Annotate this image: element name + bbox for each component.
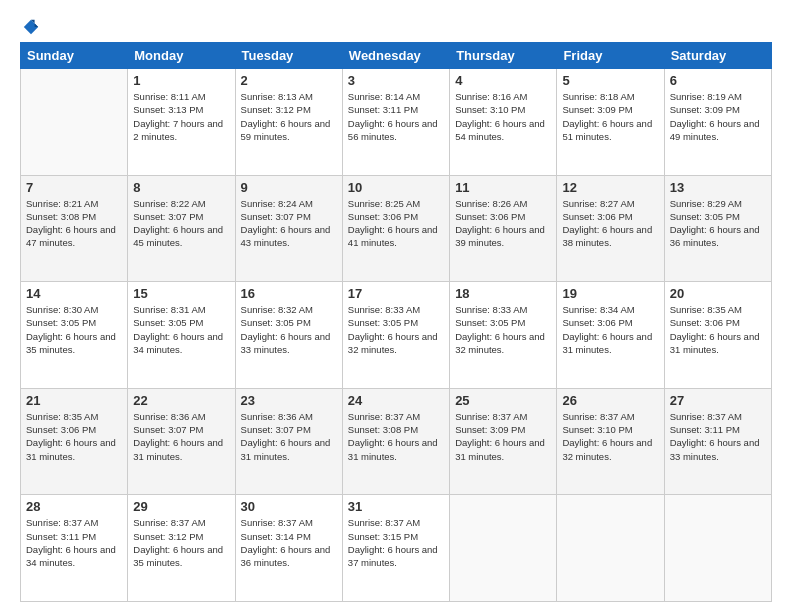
calendar-cell: 14Sunrise: 8:30 AM Sunset: 3:05 PM Dayli…: [21, 282, 128, 389]
day-info: Sunrise: 8:37 AM Sunset: 3:09 PM Dayligh…: [455, 410, 551, 463]
day-info: Sunrise: 8:37 AM Sunset: 3:11 PM Dayligh…: [26, 516, 122, 569]
weekday-header-sunday: Sunday: [21, 43, 128, 69]
calendar-cell: 22Sunrise: 8:36 AM Sunset: 3:07 PM Dayli…: [128, 388, 235, 495]
day-info: Sunrise: 8:25 AM Sunset: 3:06 PM Dayligh…: [348, 197, 444, 250]
day-number: 16: [241, 286, 337, 301]
calendar-cell: [21, 69, 128, 176]
day-info: Sunrise: 8:16 AM Sunset: 3:10 PM Dayligh…: [455, 90, 551, 143]
day-info: Sunrise: 8:35 AM Sunset: 3:06 PM Dayligh…: [26, 410, 122, 463]
calendar-header-row: SundayMondayTuesdayWednesdayThursdayFrid…: [21, 43, 772, 69]
calendar-week-2: 7Sunrise: 8:21 AM Sunset: 3:08 PM Daylig…: [21, 175, 772, 282]
day-info: Sunrise: 8:32 AM Sunset: 3:05 PM Dayligh…: [241, 303, 337, 356]
day-number: 24: [348, 393, 444, 408]
calendar-cell: [450, 495, 557, 602]
day-number: 8: [133, 180, 229, 195]
day-number: 12: [562, 180, 658, 195]
calendar-cell: 7Sunrise: 8:21 AM Sunset: 3:08 PM Daylig…: [21, 175, 128, 282]
calendar-cell: [557, 495, 664, 602]
day-number: 28: [26, 499, 122, 514]
day-info: Sunrise: 8:30 AM Sunset: 3:05 PM Dayligh…: [26, 303, 122, 356]
day-number: 19: [562, 286, 658, 301]
day-info: Sunrise: 8:37 AM Sunset: 3:15 PM Dayligh…: [348, 516, 444, 569]
weekday-header-monday: Monday: [128, 43, 235, 69]
day-info: Sunrise: 8:37 AM Sunset: 3:14 PM Dayligh…: [241, 516, 337, 569]
weekday-header-friday: Friday: [557, 43, 664, 69]
calendar-cell: 10Sunrise: 8:25 AM Sunset: 3:06 PM Dayli…: [342, 175, 449, 282]
day-number: 10: [348, 180, 444, 195]
calendar-cell: 18Sunrise: 8:33 AM Sunset: 3:05 PM Dayli…: [450, 282, 557, 389]
day-info: Sunrise: 8:37 AM Sunset: 3:11 PM Dayligh…: [670, 410, 766, 463]
calendar-week-5: 28Sunrise: 8:37 AM Sunset: 3:11 PM Dayli…: [21, 495, 772, 602]
day-number: 22: [133, 393, 229, 408]
day-number: 6: [670, 73, 766, 88]
day-number: 26: [562, 393, 658, 408]
day-info: Sunrise: 8:26 AM Sunset: 3:06 PM Dayligh…: [455, 197, 551, 250]
day-number: 3: [348, 73, 444, 88]
day-number: 13: [670, 180, 766, 195]
calendar: SundayMondayTuesdayWednesdayThursdayFrid…: [20, 42, 772, 602]
calendar-cell: 21Sunrise: 8:35 AM Sunset: 3:06 PM Dayli…: [21, 388, 128, 495]
day-number: 30: [241, 499, 337, 514]
calendar-cell: 29Sunrise: 8:37 AM Sunset: 3:12 PM Dayli…: [128, 495, 235, 602]
calendar-cell: 17Sunrise: 8:33 AM Sunset: 3:05 PM Dayli…: [342, 282, 449, 389]
day-number: 4: [455, 73, 551, 88]
logo: [20, 18, 40, 32]
day-number: 20: [670, 286, 766, 301]
day-info: Sunrise: 8:24 AM Sunset: 3:07 PM Dayligh…: [241, 197, 337, 250]
calendar-cell: 16Sunrise: 8:32 AM Sunset: 3:05 PM Dayli…: [235, 282, 342, 389]
day-number: 14: [26, 286, 122, 301]
day-number: 18: [455, 286, 551, 301]
day-number: 27: [670, 393, 766, 408]
day-info: Sunrise: 8:21 AM Sunset: 3:08 PM Dayligh…: [26, 197, 122, 250]
calendar-cell: 13Sunrise: 8:29 AM Sunset: 3:05 PM Dayli…: [664, 175, 771, 282]
calendar-cell: 3Sunrise: 8:14 AM Sunset: 3:11 PM Daylig…: [342, 69, 449, 176]
day-info: Sunrise: 8:36 AM Sunset: 3:07 PM Dayligh…: [241, 410, 337, 463]
day-info: Sunrise: 8:22 AM Sunset: 3:07 PM Dayligh…: [133, 197, 229, 250]
calendar-cell: 12Sunrise: 8:27 AM Sunset: 3:06 PM Dayli…: [557, 175, 664, 282]
calendar-cell: 19Sunrise: 8:34 AM Sunset: 3:06 PM Dayli…: [557, 282, 664, 389]
calendar-cell: 4Sunrise: 8:16 AM Sunset: 3:10 PM Daylig…: [450, 69, 557, 176]
day-number: 5: [562, 73, 658, 88]
day-number: 21: [26, 393, 122, 408]
page: SundayMondayTuesdayWednesdayThursdayFrid…: [0, 0, 792, 612]
day-info: Sunrise: 8:29 AM Sunset: 3:05 PM Dayligh…: [670, 197, 766, 250]
calendar-cell: 6Sunrise: 8:19 AM Sunset: 3:09 PM Daylig…: [664, 69, 771, 176]
day-info: Sunrise: 8:35 AM Sunset: 3:06 PM Dayligh…: [670, 303, 766, 356]
day-info: Sunrise: 8:33 AM Sunset: 3:05 PM Dayligh…: [455, 303, 551, 356]
calendar-cell: 8Sunrise: 8:22 AM Sunset: 3:07 PM Daylig…: [128, 175, 235, 282]
day-number: 2: [241, 73, 337, 88]
day-info: Sunrise: 8:31 AM Sunset: 3:05 PM Dayligh…: [133, 303, 229, 356]
day-info: Sunrise: 8:27 AM Sunset: 3:06 PM Dayligh…: [562, 197, 658, 250]
calendar-cell: 9Sunrise: 8:24 AM Sunset: 3:07 PM Daylig…: [235, 175, 342, 282]
weekday-header-thursday: Thursday: [450, 43, 557, 69]
calendar-cell: 26Sunrise: 8:37 AM Sunset: 3:10 PM Dayli…: [557, 388, 664, 495]
calendar-cell: 11Sunrise: 8:26 AM Sunset: 3:06 PM Dayli…: [450, 175, 557, 282]
calendar-cell: 20Sunrise: 8:35 AM Sunset: 3:06 PM Dayli…: [664, 282, 771, 389]
calendar-cell: 1Sunrise: 8:11 AM Sunset: 3:13 PM Daylig…: [128, 69, 235, 176]
weekday-header-saturday: Saturday: [664, 43, 771, 69]
calendar-cell: 5Sunrise: 8:18 AM Sunset: 3:09 PM Daylig…: [557, 69, 664, 176]
day-info: Sunrise: 8:33 AM Sunset: 3:05 PM Dayligh…: [348, 303, 444, 356]
day-info: Sunrise: 8:13 AM Sunset: 3:12 PM Dayligh…: [241, 90, 337, 143]
day-info: Sunrise: 8:18 AM Sunset: 3:09 PM Dayligh…: [562, 90, 658, 143]
calendar-week-3: 14Sunrise: 8:30 AM Sunset: 3:05 PM Dayli…: [21, 282, 772, 389]
day-number: 15: [133, 286, 229, 301]
day-number: 7: [26, 180, 122, 195]
logo-icon: [22, 18, 40, 36]
calendar-cell: 15Sunrise: 8:31 AM Sunset: 3:05 PM Dayli…: [128, 282, 235, 389]
day-number: 23: [241, 393, 337, 408]
calendar-week-1: 1Sunrise: 8:11 AM Sunset: 3:13 PM Daylig…: [21, 69, 772, 176]
day-number: 31: [348, 499, 444, 514]
weekday-header-tuesday: Tuesday: [235, 43, 342, 69]
day-number: 17: [348, 286, 444, 301]
calendar-cell: 31Sunrise: 8:37 AM Sunset: 3:15 PM Dayli…: [342, 495, 449, 602]
day-number: 9: [241, 180, 337, 195]
calendar-cell: 27Sunrise: 8:37 AM Sunset: 3:11 PM Dayli…: [664, 388, 771, 495]
day-number: 29: [133, 499, 229, 514]
header: [20, 18, 772, 32]
calendar-cell: [664, 495, 771, 602]
day-info: Sunrise: 8:37 AM Sunset: 3:12 PM Dayligh…: [133, 516, 229, 569]
calendar-cell: 30Sunrise: 8:37 AM Sunset: 3:14 PM Dayli…: [235, 495, 342, 602]
calendar-cell: 25Sunrise: 8:37 AM Sunset: 3:09 PM Dayli…: [450, 388, 557, 495]
day-info: Sunrise: 8:11 AM Sunset: 3:13 PM Dayligh…: [133, 90, 229, 143]
